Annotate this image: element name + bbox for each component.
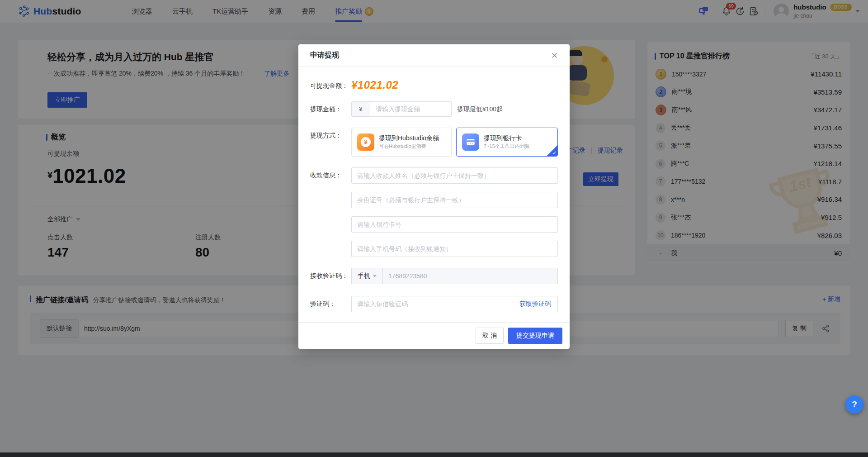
bank-card-icon: [462, 133, 479, 151]
withdraw-amount-input[interactable]: [370, 102, 451, 116]
balance-wallet-icon: ¥: [357, 133, 374, 151]
verification-code-label: 验证码：: [310, 296, 351, 308]
close-icon[interactable]: ✕: [551, 52, 558, 60]
check-icon: ✓: [552, 150, 557, 156]
receive-phone-input: [383, 268, 557, 284]
phone-number-input[interactable]: [351, 241, 558, 257]
get-code-link[interactable]: 获取验证码: [513, 300, 557, 308]
payee-name-input[interactable]: [351, 167, 558, 184]
modal-title: 申请提现: [310, 51, 339, 60]
available-amount-value: ¥1021.02: [351, 79, 398, 91]
id-number-input[interactable]: [351, 192, 558, 208]
bank-card-number-input[interactable]: [351, 216, 558, 233]
method-card-balance[interactable]: ¥ 提现到Hubstudio余额 可在Hubstudio里消费: [351, 128, 452, 157]
method-card-bank[interactable]: 提现到银行卡 7~15个工作日内到账 ✓: [456, 128, 558, 157]
chevron-down-icon: [373, 275, 377, 277]
minimum-amount-hint: 提现最低¥100起: [457, 101, 503, 117]
help-button[interactable]: ?: [845, 395, 863, 414]
submit-withdraw-button[interactable]: 提交提现申请: [508, 328, 562, 344]
receive-code-label: 接收验证码：: [310, 268, 351, 280]
sms-code-input[interactable]: [352, 300, 513, 308]
withdraw-method-label: 提现方式：: [310, 128, 351, 140]
currency-addon: ¥: [352, 102, 370, 116]
withdraw-modal: 申请提现 ✕ 可提现金额： ¥1021.02 提现金额： ¥ 提现最低¥100起…: [298, 44, 570, 349]
cancel-button[interactable]: 取 消: [476, 328, 504, 344]
withdraw-amount-label: 提现金额：: [310, 101, 351, 114]
available-amount-label: 可提现金额：: [310, 79, 351, 90]
payee-info-label: 收款信息：: [310, 167, 351, 180]
channel-select[interactable]: 手机: [352, 268, 383, 284]
